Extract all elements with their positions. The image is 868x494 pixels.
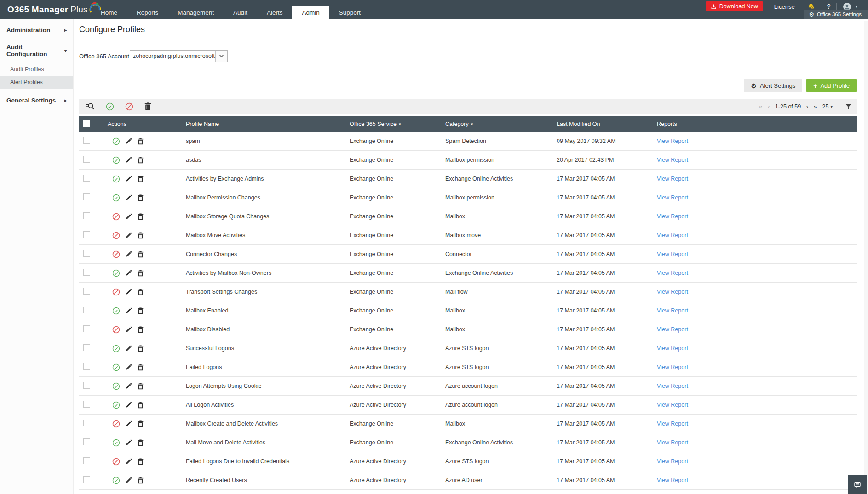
view-report-link[interactable]: View Report [657,383,688,389]
status-enabled-icon[interactable] [112,137,120,145]
status-enabled-icon[interactable] [112,345,120,352]
disable-icon[interactable] [125,102,133,111]
edit-icon[interactable] [126,289,132,295]
delete-icon[interactable] [138,439,144,446]
status-disabled-icon[interactable] [112,232,120,239]
edit-icon[interactable] [126,420,132,427]
edit-icon[interactable] [126,251,132,257]
delete-icon[interactable] [138,289,144,295]
row-checkbox[interactable] [83,156,90,163]
view-report-link[interactable]: View Report [657,213,688,220]
view-report-link[interactable]: View Report [657,439,688,446]
view-report-link[interactable]: View Report [657,138,688,144]
search-icon[interactable] [86,102,95,111]
edit-icon[interactable] [126,157,132,163]
edit-icon[interactable] [126,138,132,144]
next-page-button[interactable]: › [806,103,808,110]
delete-icon[interactable] [138,477,144,484]
view-report-link[interactable]: View Report [657,176,688,182]
vertical-scrollbar[interactable] [864,21,868,494]
status-enabled-icon[interactable] [112,194,120,202]
status-enabled-icon[interactable] [112,269,120,277]
nav-tab-admin[interactable]: Admin [292,6,329,19]
row-checkbox[interactable] [83,307,90,313]
row-checkbox[interactable] [83,401,90,408]
edit-icon[interactable] [126,326,132,333]
nav-tab-reports[interactable]: Reports [127,6,168,19]
view-report-link[interactable]: View Report [657,477,688,483]
select-all-checkbox[interactable] [83,120,90,127]
row-checkbox[interactable] [83,175,90,182]
filter-icon[interactable] [845,103,852,110]
row-checkbox[interactable] [83,269,90,276]
status-enabled-icon[interactable] [112,363,120,371]
edit-icon[interactable] [126,213,132,220]
status-enabled-icon[interactable] [112,477,120,484]
delete-icon[interactable] [144,102,151,110]
row-checkbox[interactable] [83,476,90,483]
delete-icon[interactable] [138,345,144,352]
help-button[interactable]: ? [821,3,837,10]
sidebar-item-administration[interactable]: Administration▸ [0,25,73,35]
office365-settings-button[interactable]: ⚙ Office 365 Settings [804,10,868,19]
nav-tab-home[interactable]: Home [91,6,127,19]
page-size-select[interactable]: 25 ▾ [822,103,833,110]
status-enabled-icon[interactable] [112,307,120,315]
edit-icon[interactable] [126,345,132,352]
notifications-button[interactable]: ! [801,3,821,10]
delete-icon[interactable] [138,194,144,201]
sidebar-item-audit-configuration[interactable]: Audit Configuration▾ [0,45,73,56]
first-page-button[interactable]: « [759,103,763,110]
view-report-link[interactable]: View Report [657,458,688,465]
edit-icon[interactable] [126,364,132,370]
delete-icon[interactable] [138,270,144,277]
view-report-link[interactable]: View Report [657,402,688,408]
office365-account-select[interactable]: zohocorpadmgrplus.onmicrosoft.co [130,50,228,62]
sidebar-item-general-settings[interactable]: General Settings▸ [0,95,73,105]
status-disabled-icon[interactable] [112,458,120,466]
alert-settings-button[interactable]: ⚙ Alert Settings [744,79,802,92]
nav-tab-management[interactable]: Management [168,6,224,19]
view-report-link[interactable]: View Report [657,251,688,257]
edit-icon[interactable] [126,194,132,201]
delete-icon[interactable] [138,364,144,371]
delete-icon[interactable] [138,383,144,390]
edit-icon[interactable] [126,458,132,465]
delete-icon[interactable] [138,213,144,220]
nav-tab-alerts[interactable]: Alerts [257,6,293,19]
delete-icon[interactable] [138,251,144,258]
row-checkbox[interactable] [83,212,90,219]
last-page-button[interactable]: » [813,103,817,110]
view-report-link[interactable]: View Report [657,364,688,370]
view-report-link[interactable]: View Report [657,420,688,427]
status-disabled-icon[interactable] [112,213,120,221]
row-checkbox[interactable] [83,193,90,200]
row-checkbox[interactable] [83,325,90,332]
view-report-link[interactable]: View Report [657,232,688,238]
edit-icon[interactable] [126,477,132,483]
view-report-link[interactable]: View Report [657,289,688,295]
col-office365-service[interactable]: Office 365 Service ▾ [348,121,443,127]
delete-icon[interactable] [138,307,144,314]
view-report-link[interactable]: View Report [657,157,688,163]
row-checkbox[interactable] [83,137,90,144]
row-checkbox[interactable] [83,344,90,351]
edit-icon[interactable] [126,176,132,182]
row-checkbox[interactable] [83,363,90,370]
status-enabled-icon[interactable] [112,175,120,183]
delete-icon[interactable] [138,138,144,145]
row-checkbox[interactable] [83,288,90,295]
view-report-link[interactable]: View Report [657,345,688,352]
delete-icon[interactable] [138,420,144,427]
delete-icon[interactable] [138,326,144,333]
status-disabled-icon[interactable] [112,420,120,428]
sidebar-item-audit-profiles[interactable]: Audit Profiles [0,63,73,76]
edit-icon[interactable] [126,402,132,408]
view-report-link[interactable]: View Report [657,194,688,201]
edit-icon[interactable] [126,307,132,314]
delete-icon[interactable] [138,402,144,409]
edit-icon[interactable] [126,439,132,446]
nav-tab-audit[interactable]: Audit [224,6,257,19]
edit-icon[interactable] [126,270,132,276]
sidebar-item-alert-profiles[interactable]: Alert Profiles [0,76,73,89]
